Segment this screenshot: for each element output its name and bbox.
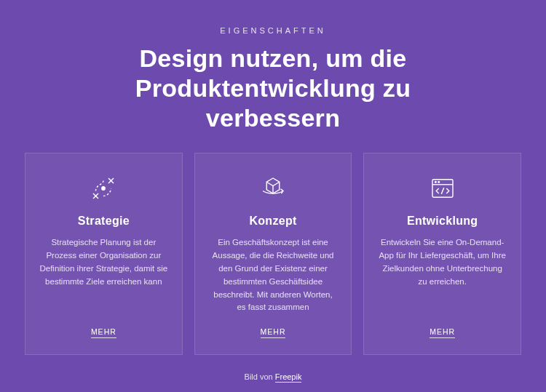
feature-cards-row: Strategie Strategische Planung ist der P… [25,153,521,355]
image-credit: Bild von Freepik [25,372,521,381]
feature-card-strategy: Strategie Strategische Planung ist der P… [25,153,183,355]
card-text: Ein Geschäftskonzept ist eine Aussage, d… [208,236,339,314]
svg-point-8 [438,182,440,183]
svg-point-7 [435,182,436,183]
page-title: Design nutzen, um die Produktentwicklung… [84,44,462,132]
feature-card-concept: Konzept Ein Geschäftskonzept ist eine Au… [194,153,352,355]
development-icon [427,172,459,204]
card-text: Entwickeln Sie eine On-Demand-App für Ih… [377,236,507,314]
strategy-icon [87,172,119,204]
more-link[interactable]: MEHR [261,327,286,338]
section-features: EIGENSCHAFTEN Design nutzen, um die Prod… [0,0,546,381]
credit-prefix: Bild von [245,372,275,381]
more-link[interactable]: MEHR [430,327,455,338]
card-title: Entwicklung [407,215,478,228]
card-title: Strategie [78,215,130,228]
svg-point-4 [102,187,105,190]
card-title: Konzept [249,215,296,228]
credit-link[interactable]: Freepik [275,372,302,383]
feature-card-development: Entwicklung Entwickeln Sie eine On-Deman… [363,153,521,355]
eyebrow-label: EIGENSCHAFTEN [25,26,521,35]
concept-icon [257,172,289,204]
more-link[interactable]: MEHR [91,327,116,338]
svg-line-9 [441,188,444,195]
card-text: Strategische Planung ist der Prozess ein… [39,236,169,314]
